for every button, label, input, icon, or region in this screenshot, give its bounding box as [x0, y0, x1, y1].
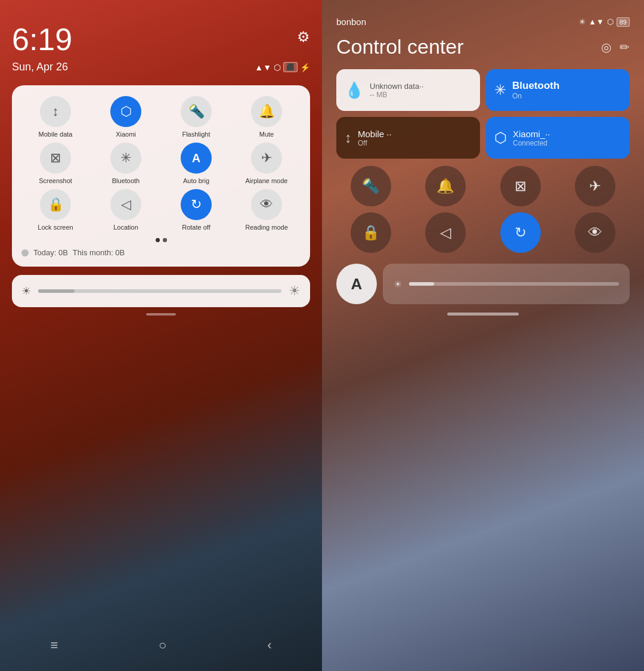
bluetooth-tile-main: Bluetooth [512, 80, 559, 92]
lock-label: Lock screen [38, 224, 73, 231]
cc-header-actions: ◎ ✏ [601, 40, 630, 54]
auto-bright-label: Auto brig [183, 177, 209, 184]
toggle-mobile-data[interactable]: ↕ Mobile data [21, 96, 89, 138]
airplane-icon[interactable]: ✈ [251, 143, 282, 174]
mute-btn[interactable]: 🔔 [425, 166, 466, 206]
data-tile-icon: 💧 [345, 81, 364, 100]
toggle-auto-bright[interactable]: A Auto brig [162, 143, 230, 184]
wifi-status-icon: ⬡ [607, 17, 614, 26]
lock-btn[interactable]: 🔒 [351, 212, 391, 253]
control-card: ↕ Mobile data ⬡ Xiaomi 🔦 Flashlight 🔔 Mu… [12, 85, 310, 267]
lock-icon[interactable]: 🔒 [40, 189, 71, 220]
toggle-flashlight[interactable]: 🔦 Flashlight [162, 96, 230, 138]
data-tile-text: Unknown data·· -- MB [370, 82, 423, 99]
network-tiles-row1: 💧 Unknown data·· -- MB ✳ Bluetooth On [336, 69, 630, 111]
battery-icon: ⬛ [283, 62, 298, 72]
brightness-card[interactable]: ☀ ☀ [12, 275, 310, 307]
bolt-icon: ⚡ [300, 63, 310, 72]
toggle-airplane[interactable]: ✈ Airplane mode [233, 143, 301, 184]
screenshot-icon[interactable]: ⊠ [40, 143, 71, 174]
cc-edit-icon[interactable]: ✏ [620, 40, 630, 54]
gear-icon[interactable]: ⚙ [297, 29, 310, 45]
left-signal-icons: ▲▼ ⬡ ⬛ ⚡ [255, 62, 310, 72]
mobile-tile-text: Mobile ·· Off [358, 129, 392, 147]
reading-label: Reading mode [245, 224, 288, 231]
small-icon-grid-row2: 🔒 ◁ ↻ 👁 [336, 212, 630, 253]
cc-title: Control center [336, 35, 464, 58]
right-status-icons: ✳ ▲▼ ⬡ 89 [579, 17, 630, 27]
nav-menu-button[interactable]: ≡ [50, 638, 58, 653]
right-brightness-fill [409, 282, 434, 286]
right-brightness-icon: ☀ [394, 279, 402, 290]
wifi-tile-text: Xiaomi_·· Connected [513, 129, 550, 147]
bluetooth-tile-sub: On [512, 92, 559, 100]
location-label: Location [113, 224, 138, 231]
bluetooth-icon[interactable]: ✳ [110, 143, 141, 174]
wifi-label: Xiaomi [116, 131, 136, 138]
left-date-row: Sun, Apr 26 ▲▼ ⬡ ⬛ ⚡ [12, 61, 310, 73]
left-date: Sun, Apr 26 [12, 61, 68, 73]
bluetooth-tile[interactable]: ✳ Bluetooth On [486, 69, 630, 111]
left-time: 6:19 [12, 24, 72, 55]
bluetooth-label: Bluetooth [112, 177, 140, 184]
location-btn[interactable]: ◁ [425, 212, 466, 253]
signal-status-icon: ▲▼ [589, 17, 604, 26]
reading-icon[interactable]: 👁 [251, 189, 282, 220]
rotate-btn[interactable]: ↻ [500, 212, 541, 253]
mobile-tile-icon: ↕ [345, 129, 352, 146]
flashlight-btn[interactable]: 🔦 [351, 166, 391, 206]
right-status-bar: bonbon ✳ ▲▼ ⬡ 89 [336, 17, 630, 27]
left-panel: 6:19 ⚙ Sun, Apr 26 ▲▼ ⬡ ⬛ ⚡ ↕ Mobile dat… [0, 0, 322, 671]
toggle-location[interactable]: ◁ Location [92, 189, 160, 231]
reading-btn[interactable]: 👁 [575, 212, 615, 253]
mobile-data-icon[interactable]: ↕ [40, 96, 71, 127]
mute-icon[interactable]: 🔔 [251, 96, 282, 127]
bottom-controls: A ☀ [336, 264, 630, 304]
flashlight-icon[interactable]: 🔦 [181, 96, 212, 127]
dot-1 [156, 238, 160, 242]
toggle-lock-screen[interactable]: 🔒 Lock screen [21, 189, 89, 231]
bluetooth-tile-icon: ✳ [494, 82, 506, 98]
location-icon[interactable]: ◁ [110, 189, 141, 220]
toggle-bluetooth[interactable]: ✳ Bluetooth [92, 143, 160, 184]
page-dots [21, 238, 301, 242]
toggle-reading[interactable]: 👁 Reading mode [233, 189, 301, 231]
auto-bright-icon[interactable]: A [181, 143, 212, 174]
data-tile[interactable]: 💧 Unknown data·· -- MB [336, 69, 480, 111]
airplane-btn[interactable]: ✈ [575, 166, 615, 206]
quick-toggles-grid: ↕ Mobile data ⬡ Xiaomi 🔦 Flashlight 🔔 Mu… [21, 96, 301, 231]
nav-back-button[interactable]: ‹ [267, 638, 271, 653]
auto-brightness-btn[interactable]: A [336, 264, 377, 304]
bluetooth-status-icon: ✳ [579, 17, 586, 26]
left-status-bar: 6:19 ⚙ [12, 24, 310, 55]
nav-home-button[interactable]: ○ [159, 638, 166, 653]
wifi-tile-main: Xiaomi_·· [513, 129, 550, 139]
signal-bars-icon: ▲▼ [255, 63, 271, 72]
right-brightness-bar[interactable] [409, 282, 619, 286]
toggle-mute[interactable]: 🔔 Mute [233, 96, 301, 138]
mobile-tile[interactable]: ↕ Mobile ·· Off [336, 117, 480, 159]
mobile-tile-main: Mobile ·· [358, 129, 392, 139]
wifi-toggle-icon[interactable]: ⬡ [110, 96, 141, 127]
small-icon-grid-row1: 🔦 🔔 ⊠ ✈ [336, 166, 630, 206]
brightness-fill [38, 289, 75, 293]
brightness-low-icon: ☀ [21, 285, 31, 298]
wifi-icon: ⬡ [274, 63, 281, 72]
battery-indicator: 89 [617, 17, 630, 27]
data-today: Today: 0B [33, 248, 68, 257]
cc-settings-icon[interactable]: ◎ [601, 40, 611, 54]
screenshot-btn[interactable]: ⊠ [500, 166, 541, 206]
brightness-high-icon: ☀ [289, 283, 301, 299]
wifi-tile[interactable]: ⬡ Xiaomi_·· Connected [486, 117, 630, 159]
home-indicator[interactable] [447, 313, 519, 316]
brightness-bar[interactable] [38, 289, 281, 293]
toggle-wifi[interactable]: ⬡ Xiaomi [92, 96, 160, 138]
rotate-icon[interactable]: ↻ [181, 189, 212, 220]
flashlight-label: Flashlight [182, 131, 210, 138]
data-month: This month: 0B [73, 248, 125, 257]
bottom-nav: ≡ ○ ‹ [0, 638, 322, 653]
mobile-data-label: Mobile data [39, 131, 73, 138]
toggle-screenshot[interactable]: ⊠ Screenshot [21, 143, 89, 184]
toggle-rotate[interactable]: ↻ Rotate off [162, 189, 230, 231]
right-brightness-card[interactable]: ☀ [383, 264, 630, 304]
